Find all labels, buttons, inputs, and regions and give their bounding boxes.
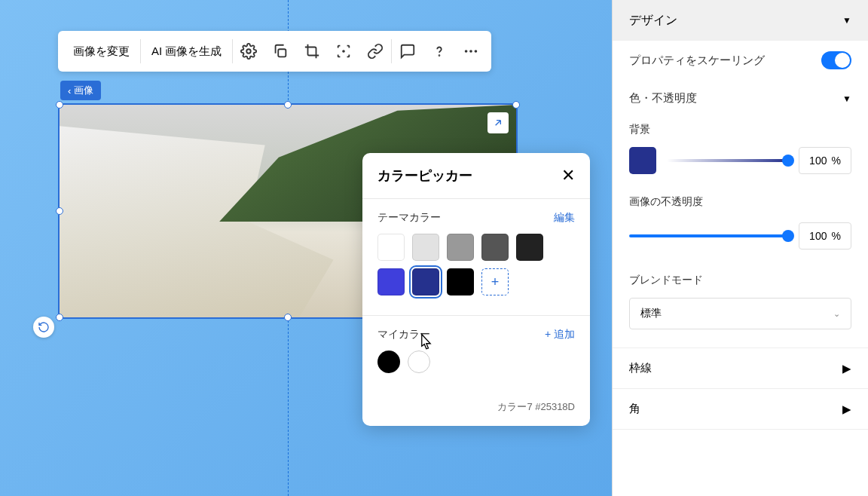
comment-icon[interactable] bbox=[392, 31, 423, 72]
corner-section-toggle[interactable]: 角 ▶ bbox=[613, 389, 868, 430]
scale-properties-row: プロパティをスケーリング bbox=[613, 41, 868, 81]
theme-colors-label: テーマカラー bbox=[377, 211, 441, 225]
svg-point-0 bbox=[247, 49, 252, 54]
panel-title: デザイン bbox=[629, 13, 677, 29]
background-opacity-input[interactable]: 100 % bbox=[799, 147, 851, 174]
design-panel-header[interactable]: デザイン ▼ bbox=[613, 0, 868, 41]
svg-rect-1 bbox=[279, 49, 286, 57]
chevron-down-icon: ⌄ bbox=[833, 309, 840, 319]
slider-thumb[interactable] bbox=[782, 155, 794, 167]
border-section-toggle[interactable]: 枠線 ▶ bbox=[613, 348, 868, 389]
theme-colors-section: テーマカラー 編集 + bbox=[362, 199, 590, 315]
resize-handle-ml[interactable] bbox=[56, 207, 63, 215]
color-swatch-black[interactable] bbox=[447, 268, 474, 295]
add-my-color-link[interactable]: + 追加 bbox=[545, 328, 575, 341]
breadcrumb-image[interactable]: ‹ 画像 bbox=[60, 81, 101, 100]
color-swatch-charcoal[interactable] bbox=[516, 234, 543, 261]
my-color-white[interactable] bbox=[408, 351, 430, 373]
color-opacity-row[interactable]: 色・不透明度 ▼ bbox=[613, 81, 868, 117]
color-info-label: カラー7 #25318D bbox=[362, 393, 590, 426]
color-swatch-white[interactable] bbox=[377, 234, 405, 261]
percent-symbol: % bbox=[831, 230, 840, 242]
focus-icon[interactable] bbox=[328, 31, 359, 72]
background-color-swatch[interactable] bbox=[629, 147, 656, 174]
corner-label: 角 bbox=[629, 402, 640, 416]
image-toolbar: 画像を変更 AI 画像を生成 bbox=[58, 31, 491, 72]
color-swatch-dark-gray[interactable] bbox=[481, 234, 509, 261]
my-color-black[interactable] bbox=[377, 351, 400, 373]
blend-mode-select[interactable]: 標準 ⌄ bbox=[629, 298, 851, 329]
chevron-right-icon: ▶ bbox=[842, 403, 851, 416]
image-opacity-input[interactable]: 100 % bbox=[799, 222, 851, 250]
blend-mode-section: ブレンドモード 標準 ⌄ bbox=[613, 268, 868, 348]
popup-title: カラーピッカー bbox=[377, 167, 472, 185]
add-color-button[interactable]: + bbox=[481, 268, 509, 295]
background-label: 背景 bbox=[629, 123, 851, 136]
svg-point-2 bbox=[343, 51, 344, 52]
breadcrumb-label: 画像 bbox=[74, 84, 93, 97]
color-swatch-light-gray[interactable] bbox=[412, 234, 439, 261]
image-opacity-slider[interactable] bbox=[629, 234, 788, 237]
color-picker-popup: カラーピッカー ✕ テーマカラー 編集 + マイカラー + 追加 bbox=[362, 153, 590, 426]
image-opacity-section: 画像の不透明度 100 % bbox=[613, 189, 868, 268]
undo-icon[interactable] bbox=[33, 317, 54, 338]
chevron-down-icon: ▼ bbox=[842, 15, 851, 26]
my-colors-label: マイカラー bbox=[377, 328, 430, 341]
background-section: 背景 100 % bbox=[613, 117, 868, 189]
resize-handle-tl[interactable] bbox=[56, 101, 63, 109]
chevron-down-icon: ▼ bbox=[842, 93, 851, 104]
color-opacity-label: 色・不透明度 bbox=[629, 91, 697, 106]
scale-properties-label: プロパティをスケーリング bbox=[629, 54, 765, 68]
crop-icon[interactable] bbox=[296, 31, 328, 72]
expand-icon[interactable] bbox=[487, 112, 509, 133]
blend-mode-value: 標準 bbox=[640, 307, 662, 320]
color-swatch-navy[interactable] bbox=[412, 268, 439, 295]
border-label: 枠線 bbox=[629, 361, 652, 375]
resize-handle-tr[interactable] bbox=[512, 101, 520, 109]
slider-thumb[interactable] bbox=[782, 230, 794, 242]
scale-properties-toggle[interactable] bbox=[821, 51, 851, 69]
color-swatch-blue[interactable] bbox=[377, 268, 405, 295]
more-icon[interactable] bbox=[455, 31, 487, 72]
svg-point-4 bbox=[465, 50, 468, 53]
image-opacity-label: 画像の不透明度 bbox=[629, 195, 851, 209]
svg-point-5 bbox=[470, 50, 473, 53]
opacity-value: 100 bbox=[809, 155, 827, 167]
link-icon[interactable] bbox=[359, 31, 391, 72]
resize-handle-bm[interactable] bbox=[284, 314, 292, 321]
opacity-value: 100 bbox=[809, 230, 827, 242]
ai-image-button[interactable]: AI 画像を生成 bbox=[141, 31, 232, 72]
edit-theme-link[interactable]: 編集 bbox=[554, 211, 575, 225]
settings-icon[interactable] bbox=[233, 31, 264, 72]
background-opacity-slider[interactable] bbox=[667, 159, 788, 162]
color-swatch-gray[interactable] bbox=[447, 234, 474, 261]
close-icon[interactable]: ✕ bbox=[561, 167, 575, 184]
help-icon[interactable] bbox=[423, 31, 455, 72]
svg-point-6 bbox=[475, 50, 478, 53]
percent-symbol: % bbox=[831, 155, 840, 167]
copy-icon[interactable] bbox=[264, 31, 296, 72]
chevron-right-icon: ▶ bbox=[842, 362, 851, 375]
chevron-left-icon: ‹ bbox=[68, 85, 71, 96]
resize-handle-bl[interactable] bbox=[56, 314, 63, 321]
my-colors-section: マイカラー + 追加 bbox=[362, 316, 590, 393]
resize-handle-tm[interactable] bbox=[284, 101, 292, 109]
svg-point-3 bbox=[439, 55, 440, 56]
change-image-button[interactable]: 画像を変更 bbox=[63, 31, 140, 72]
blend-mode-label: ブレンドモード bbox=[629, 274, 851, 287]
design-panel: デザイン ▼ プロパティをスケーリング 色・不透明度 ▼ 背景 100 % 画像… bbox=[612, 0, 868, 496]
